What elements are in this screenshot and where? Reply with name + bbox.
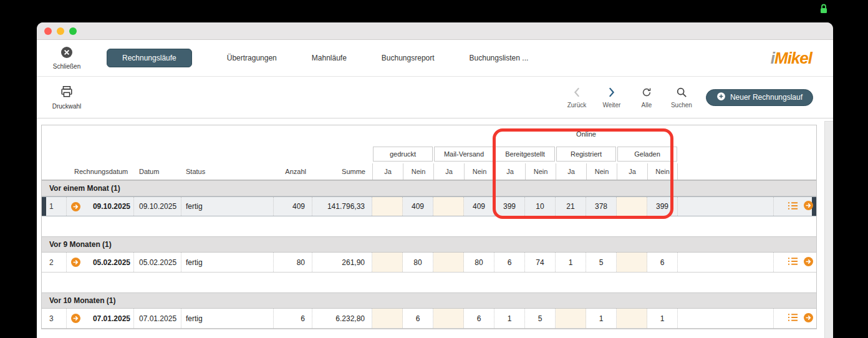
col-header-filler [678, 163, 774, 180]
close-button[interactable]: Schließen [49, 46, 84, 70]
search-label: Suchen [671, 102, 692, 109]
titlebar [37, 22, 833, 40]
table-row[interactable]: 3 07.01.2025 07.01.2025 fertig 6 6.232,8… [42, 309, 816, 329]
col-header-registriert-nein: Nein [586, 163, 617, 180]
cell-geladen-ja [617, 309, 647, 328]
nav-cluster: Zurück Weiter Alle Suchen [562, 87, 696, 109]
zoom-window-button[interactable] [69, 27, 77, 35]
search-button[interactable]: Suchen [667, 87, 696, 109]
tab-uebertragungen[interactable]: Übertragungen [227, 54, 277, 62]
tab-buchungslisten[interactable]: Buchungslisten ... [470, 54, 529, 62]
tab-bar: Rechnungsläufe Übertragungen Mahnläufe B… [107, 49, 528, 67]
vertical-scrollbar[interactable] [824, 121, 833, 338]
tab-rechnungslaeufe[interactable]: Rechnungsläufe [107, 49, 192, 67]
main-toolbar: Schließen Rechnungsläufe Übertragungen M… [37, 40, 833, 76]
cell-bereitgestellt-nein: 5 [525, 309, 556, 328]
row-open-button[interactable] [804, 257, 813, 268]
col-header-geladen-nein: Nein [647, 163, 678, 180]
cell-gedruckt-ja [372, 309, 403, 328]
col-header-gedruckt-nein: Nein [403, 163, 433, 180]
cell-mail-ja [433, 197, 464, 216]
cell-gedruckt-nein: 6 [403, 309, 433, 328]
new-rechnungslauf-button[interactable]: Neuer Rechnungslauf [706, 89, 813, 106]
open-row-button[interactable] [67, 253, 84, 272]
action-toolbar: Druckwahl Zurück Weiter Alle [37, 76, 833, 118]
back-button[interactable]: Zurück [562, 87, 591, 109]
online-group-header: Online [494, 130, 678, 138]
col-header-summe: Summe [312, 163, 372, 180]
col-header-gedruckt-ja: Ja [372, 163, 403, 180]
lock-icon [819, 3, 828, 17]
cell-registriert-ja: 21 [556, 197, 586, 216]
group-header-registriert: Registriert [556, 147, 616, 162]
new-rechnungslauf-label: Neuer Rechnungslauf [730, 93, 803, 102]
section-header: Vor 9 Monaten (1) [42, 236, 816, 253]
col-header-status: Status [181, 163, 274, 180]
cell-anzahl: 409 [274, 197, 312, 216]
row-list-button[interactable] [788, 257, 798, 268]
group-header-bereitgestellt: Bereitgestellt [495, 147, 555, 162]
cell-gedruckt-nein: 409 [403, 197, 433, 216]
cell-filler [678, 197, 774, 216]
cell-geladen-ja [617, 253, 647, 272]
table-row[interactable]: 2 05.02.2025 05.02.2025 fertig 80 261,90… [42, 253, 816, 273]
row-open-button[interactable] [804, 313, 813, 324]
cell-status: fertig [181, 309, 274, 328]
cell-geladen-ja [617, 197, 647, 216]
row-open-button[interactable] [804, 201, 813, 212]
back-label: Zurück [567, 102, 587, 109]
search-icon [676, 87, 687, 100]
cell-datum: 07.01.2025 [134, 309, 181, 328]
column-header-row: Rechnungsdatum Datum Status Anzahl Summe… [42, 163, 816, 180]
cell-registriert-nein: 5 [586, 253, 617, 272]
tab-buchungsreport[interactable]: Buchungsreport [382, 54, 435, 62]
druckwahl-button[interactable]: Druckwahl [49, 85, 84, 110]
cell-summe: 141.796,33 [312, 197, 372, 216]
close-window-button[interactable] [44, 27, 52, 35]
circle-x-icon [60, 46, 73, 61]
cell-datum: 05.02.2025 [134, 253, 181, 272]
cell-bereitgestellt-nein: 10 [525, 197, 556, 216]
table-row[interactable]: 1 09.10.2025 09.10.2025 fertig 409 141.7… [42, 196, 816, 216]
col-header-bereitgestellt-nein: Nein [525, 163, 556, 180]
row-actions [774, 253, 817, 272]
row-number: 1 [42, 197, 67, 216]
forward-button[interactable]: Weiter [597, 87, 626, 109]
cell-registriert-nein: 1 [586, 309, 617, 328]
cell-anzahl: 80 [274, 253, 312, 272]
col-header-registriert-ja: Ja [556, 163, 586, 180]
row-list-button[interactable] [788, 201, 798, 212]
close-button-label: Schließen [53, 63, 80, 70]
cell-mail-ja [433, 253, 464, 272]
druckwahl-label: Druckwahl [52, 103, 82, 110]
cell-gedruckt-nein: 80 [403, 253, 433, 272]
open-row-button[interactable] [67, 309, 84, 328]
col-header-geladen-ja: Ja [617, 163, 647, 180]
cell-rechnungsdatum: 09.10.2025 [84, 197, 134, 216]
cell-mail-nein: 80 [464, 253, 494, 272]
cell-geladen-nein: 399 [647, 197, 678, 216]
tab-mahnlaeufe[interactable]: Mahnläufe [312, 54, 347, 62]
section-header: Vor einem Monat (1) [42, 180, 816, 196]
row-number: 3 [42, 309, 67, 328]
row-list-button[interactable] [788, 313, 798, 324]
cell-geladen-nein: 6 [647, 253, 678, 272]
forward-label: Weiter [603, 102, 621, 109]
all-button[interactable]: Alle [632, 87, 661, 109]
cell-anzahl: 6 [274, 309, 312, 328]
open-row-button[interactable] [67, 197, 84, 216]
row-actions [774, 309, 817, 328]
col-header-rechnungsdatum: Rechnungsdatum [74, 163, 134, 180]
col-header-datum: Datum [134, 163, 181, 180]
plus-circle-icon [716, 92, 726, 103]
cell-summe: 6.232,80 [312, 309, 372, 328]
cell-datum: 09.10.2025 [134, 197, 181, 216]
section-gap [42, 273, 816, 292]
cell-summe: 261,90 [312, 253, 372, 272]
cell-mail-nein: 6 [464, 309, 494, 328]
minimize-window-button[interactable] [57, 27, 64, 35]
col-header-spacer [42, 163, 74, 180]
app-window: Schließen Rechnungsläufe Übertragungen M… [37, 22, 833, 338]
group-header-gedruckt: gedruckt [373, 147, 433, 162]
refresh-icon [641, 87, 652, 100]
